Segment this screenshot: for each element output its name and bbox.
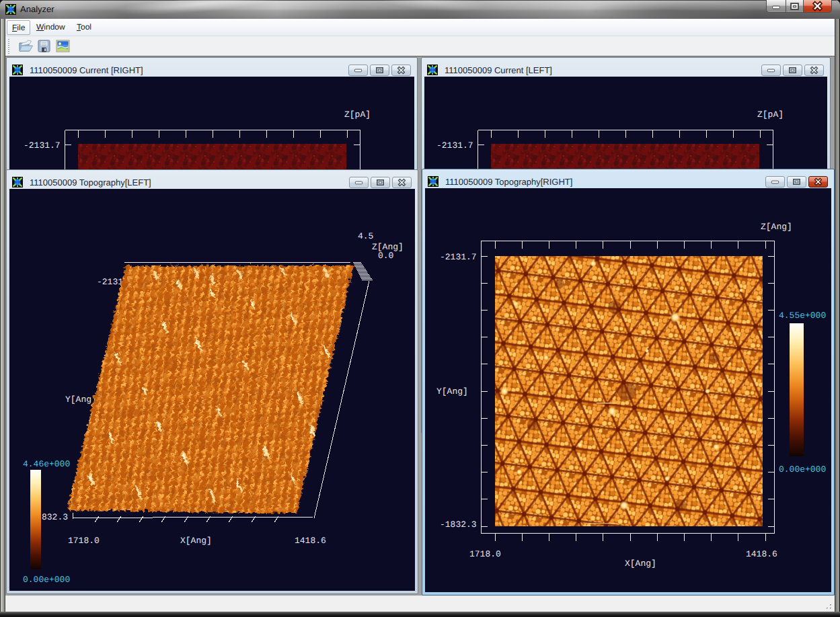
svg-text:-2131.7: -2131.7	[436, 140, 473, 151]
svg-text:-2131.7: -2131.7	[440, 252, 477, 262]
svg-text:4.55e+000: 4.55e+000	[779, 311, 826, 321]
svg-text:Z[pA]: Z[pA]	[344, 110, 371, 120]
svg-text:1418.6: 1418.6	[746, 549, 777, 559]
svg-text:-1832.3: -1832.3	[440, 520, 477, 530]
svg-text:-2131: -2131	[97, 277, 123, 287]
svg-text:1718.0: 1718.0	[68, 536, 100, 546]
svg-text:0.00e+000: 0.00e+000	[779, 464, 826, 475]
svg-text:1418.6: 1418.6	[295, 536, 326, 546]
svg-text:X[Ang]: X[Ang]	[625, 559, 656, 569]
svg-text:4.5: 4.5	[358, 231, 373, 241]
svg-text:-2131.7: -2131.7	[24, 140, 61, 151]
svg-text:4.46e+000: 4.46e+000	[23, 459, 70, 469]
svg-text:1718.0: 1718.0	[469, 549, 501, 559]
svg-text:832.3: 832.3	[42, 512, 68, 522]
svg-text:X[Ang]: X[Ang]	[180, 536, 212, 546]
svg-text:Z[pA]: Z[pA]	[757, 110, 784, 120]
svg-text:Z[Ang]: Z[Ang]	[761, 222, 792, 232]
svg-text:Y[Ang]: Y[Ang]	[436, 386, 468, 397]
svg-text:0.00e+000: 0.00e+000	[23, 575, 70, 585]
svg-text:0.0: 0.0	[378, 251, 393, 261]
